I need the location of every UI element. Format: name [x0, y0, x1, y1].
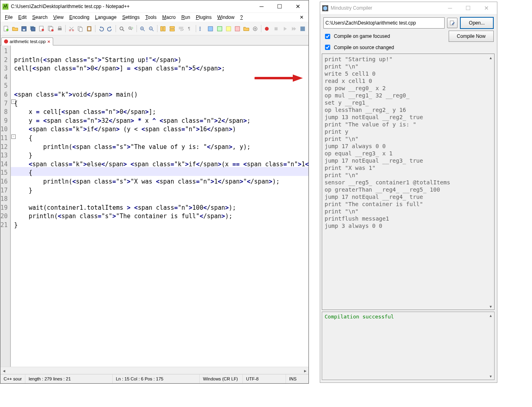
mc-maximize-button[interactable]: ☐ — [459, 2, 477, 14]
svg-rect-4 — [23, 29, 25, 31]
edit-source-icon[interactable] — [447, 18, 457, 28]
status-encoding: UTF-8 — [243, 374, 286, 383]
svg-rect-24 — [161, 26, 163, 31]
sync-v-icon[interactable] — [159, 24, 167, 33]
monitor-icon[interactable] — [251, 24, 259, 33]
open-file-icon[interactable] — [11, 24, 19, 33]
svg-rect-17 — [79, 27, 83, 31]
svg-rect-13 — [59, 26, 61, 28]
line-number-gutter: 123456789101112131415161718192021 — [0, 45, 10, 367]
compile-game-focused-checkbox[interactable]: Compile on game focused — [323, 33, 390, 40]
indent-guide-icon[interactable] — [198, 24, 206, 33]
svg-rect-26 — [170, 26, 174, 28]
folder-icon[interactable] — [242, 24, 250, 33]
show-all-chars-icon[interactable]: ¶ — [186, 24, 194, 33]
lang-icon[interactable] — [207, 24, 215, 33]
mc-path-input[interactable] — [323, 17, 445, 29]
red-arrow-annotation — [255, 74, 304, 83]
npp-editor[interactable]: 123456789101112131415161718192021 − − − … — [0, 45, 308, 367]
svg-rect-27 — [170, 29, 174, 31]
doc-map-icon[interactable] — [215, 24, 224, 33]
save-macro-icon[interactable] — [299, 24, 307, 33]
replace-icon[interactable] — [126, 24, 135, 33]
menu-item-edit[interactable]: Edit — [15, 14, 29, 21]
code-area[interactable]: println(<span class="s">"Starting up!"</… — [11, 45, 308, 367]
tab-close-icon[interactable]: ✕ — [47, 39, 50, 44]
menubar-close-icon[interactable]: ✕ — [296, 14, 307, 20]
cut-icon[interactable] — [67, 24, 75, 33]
svg-rect-25 — [164, 26, 166, 31]
menu-item-encoding[interactable]: Encoding — [66, 14, 92, 21]
open-button[interactable]: Open... — [460, 17, 494, 29]
tab-label: arithmetic test.cpp — [10, 39, 46, 44]
notepad-plus-plus-window: C:\Users\Zach\Desktop\arithmetic test.cp… — [0, 0, 309, 384]
svg-rect-36 — [274, 27, 277, 30]
npp-maximize-button[interactable]: ☐ — [271, 1, 289, 12]
mc-output-area[interactable]: print "Starting up!" print "\n" write 5 … — [322, 54, 495, 310]
checkbox-label: Compile on game focused — [334, 33, 390, 39]
npp-titlebar[interactable]: C:\Users\Zach\Desktop\arithmetic test.cp… — [0, 0, 308, 13]
print-icon[interactable] — [56, 24, 64, 33]
paste-icon[interactable] — [85, 24, 93, 33]
status-eol: Windows (CR LF) — [200, 374, 243, 383]
scroll-left-icon[interactable]: ◂ — [0, 367, 7, 374]
scroll-down-icon[interactable]: ▾ — [487, 303, 494, 310]
play-macro-icon[interactable] — [281, 24, 289, 33]
play-multi-icon[interactable] — [290, 24, 298, 33]
vertical-scrollbar[interactable]: ▴ ▾ — [487, 54, 494, 310]
save-all-icon[interactable] — [29, 24, 37, 33]
menu-item-plugins[interactable]: Plugins — [193, 14, 214, 21]
copy-icon[interactable] — [77, 24, 85, 33]
status-length: length : 279 lines : 21 — [25, 374, 112, 383]
scroll-up-icon[interactable]: ▴ — [487, 312, 494, 319]
func-list-icon[interactable] — [233, 24, 241, 33]
zoom-out-icon[interactable] — [147, 24, 155, 33]
redo-icon[interactable] — [106, 24, 114, 33]
find-icon[interactable] — [118, 24, 126, 33]
compile-now-button[interactable]: Compile Now — [449, 31, 494, 42]
menu-item-search[interactable]: Search — [29, 14, 50, 21]
menu-item-run[interactable]: Run — [178, 14, 193, 21]
menu-item-?[interactable]: ? — [237, 14, 246, 21]
mc-titlebar[interactable]: Mindustry Compiler ─ ☐ ✕ — [320, 2, 497, 14]
save-icon[interactable] — [20, 24, 28, 33]
scroll-down-icon[interactable]: ▾ — [487, 373, 494, 380]
record-macro-icon[interactable] — [263, 24, 271, 33]
svg-rect-19 — [88, 27, 91, 30]
menu-item-file[interactable]: File — [2, 14, 15, 21]
npp-app-icon — [2, 3, 8, 10]
svg-rect-12 — [58, 28, 62, 30]
undo-icon[interactable] — [97, 24, 105, 33]
npp-minimize-button[interactable]: ─ — [253, 1, 271, 12]
compile-source-changed-checkbox[interactable]: Compile on source changed — [323, 43, 494, 51]
scroll-up-icon[interactable]: ▴ — [487, 54, 494, 61]
menu-item-macro[interactable]: Macro — [159, 14, 178, 21]
sync-h-icon[interactable] — [168, 24, 176, 33]
menu-item-window[interactable]: Window — [215, 14, 238, 21]
close-file-icon[interactable] — [38, 24, 46, 33]
close-all-icon[interactable] — [47, 24, 55, 33]
mc-minimize-button[interactable]: ─ — [441, 2, 459, 14]
menu-item-language[interactable]: Language — [92, 14, 119, 21]
svg-rect-31 — [226, 26, 231, 31]
new-file-icon[interactable] — [2, 24, 10, 33]
npp-toolbar: ¶ — [0, 22, 308, 35]
vertical-scrollbar[interactable]: ▴ ▾ — [487, 312, 494, 380]
scroll-right-icon[interactable]: ▸ — [302, 367, 308, 374]
mc-close-button[interactable]: ✕ — [477, 2, 495, 14]
menu-item-view[interactable]: View — [50, 14, 66, 21]
svg-rect-29 — [208, 26, 213, 31]
doc-list-icon[interactable] — [224, 24, 232, 33]
npp-tab-active[interactable]: arithmetic test.cpp ✕ — [1, 37, 53, 45]
npp-close-button[interactable]: ✕ — [289, 1, 307, 12]
mc-status-area: Compilation successful ▴ ▾ — [322, 312, 495, 380]
zoom-in-icon[interactable] — [138, 24, 146, 33]
horizontal-scrollbar[interactable]: ◂ ▸ — [0, 367, 308, 374]
menu-item-tools[interactable]: Tools — [143, 14, 159, 21]
svg-point-2 — [6, 29, 8, 31]
stop-macro-icon[interactable] — [272, 24, 280, 33]
svg-rect-32 — [235, 26, 240, 31]
wrap-icon[interactable] — [177, 24, 185, 33]
menu-item-settings[interactable]: Settings — [119, 14, 142, 21]
npp-tabbar: arithmetic test.cpp ✕ — [0, 35, 308, 45]
